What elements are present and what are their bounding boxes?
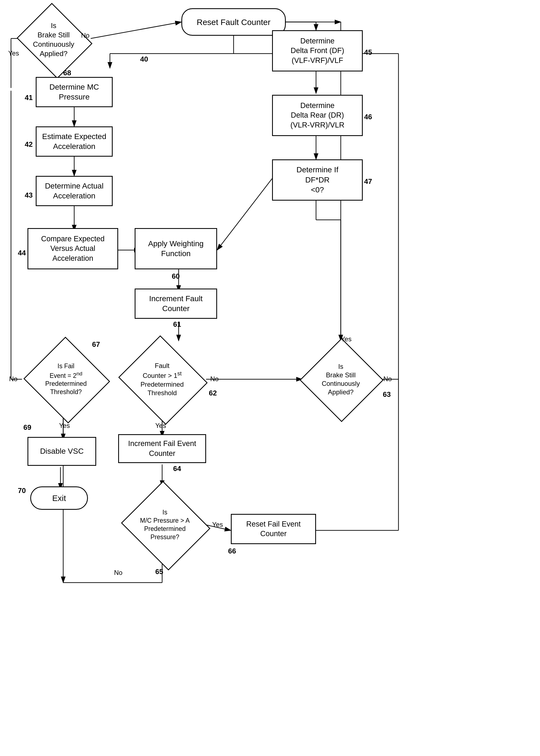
apply-weighting-box: Apply WeightingFunction [135,228,217,269]
determine-delta-front-box: DetermineDelta Front (DF)(VLF-VRF)/VLF [272,30,363,71]
no-label-fail: No [9,375,18,383]
no-label-brake-right: No [383,375,392,383]
label-67: 67 [92,340,100,349]
no-label-fault: No [210,375,219,383]
determine-actual-accel-box: Determine ActualAcceleration [36,176,113,206]
fault-counter-threshold-diamond: FaultCounter > 1stPredeterminedThreshold [115,338,209,421]
determine-mc-pressure-label: Determine MCPressure [50,82,99,102]
exit-label: Exit [52,493,66,503]
yes-label-top: Yes [8,50,19,57]
fault-counter-threshold-shape: FaultCounter > 1stPredeterminedThreshold [115,338,209,421]
fault-counter-threshold-text: FaultCounter > 1stPredeterminedThreshold [139,360,185,398]
determine-delta-rear-label: DetermineDelta Rear (DR)(VLR-VRR)/VLR [291,101,344,130]
is-mc-pressure-diamond: IsM/C Pressure > APredeterminedPressure? [118,484,211,566]
is-brake-applied-right-shape: IsBrake StillContinuouslyApplied? [300,338,382,421]
label-61: 61 [173,320,181,329]
is-fail-event-threshold-diamond: Is FailEvent = 2ndPredeterminedThreshold… [22,338,110,421]
increment-fail-event-box: Increment Fail EventCounter [118,434,206,463]
reset-fault-counter-label: Reset Fault Counter [197,17,270,28]
reset-fail-event-counter-box: Reset Fail EventCounter [231,514,316,544]
determine-if-df-dr-label: Determine IfDF*DR<0? [297,165,338,195]
is-brake-applied-top-diamond: IsBrake StillContinuouslyApplied? [14,6,93,74]
label-44: 44 [18,249,26,257]
increment-fault-counter-label: Increment FaultCounter [149,294,203,314]
label-45: 45 [364,48,372,57]
estimate-expected-accel-label: Estimate ExpectedAcceleration [42,132,106,152]
disable-vsc-label: Disable VSC [40,446,84,456]
label-47: 47 [364,177,372,186]
label-40: 40 [140,55,148,63]
label-42: 42 [25,140,33,149]
is-mc-pressure-shape: IsM/C Pressure > APredeterminedPressure? [118,484,211,566]
compare-expected-actual-box: Compare ExpectedVersus ActualAcceleratio… [28,228,118,269]
svg-line-1 [91,22,181,39]
reset-fault-counter-box: Reset Fault Counter [181,8,286,36]
is-fail-event-threshold-shape: Is FailEvent = 2ndPredeterminedThreshold… [22,338,110,421]
is-brake-applied-top-text: IsBrake StillContinuouslyApplied? [32,20,75,60]
svg-line-36 [217,179,272,250]
is-brake-applied-right-diamond: IsBrake StillContinuouslyApplied? [300,338,382,421]
label-43: 43 [25,191,33,199]
no-label-mc: No [114,569,123,576]
flowchart-diagram: Reset Fault Counter IsBrake StillContinu… [0,0,540,756]
estimate-expected-accel-box: Estimate ExpectedAcceleration [36,126,113,157]
label-69: 69 [23,423,31,432]
is-brake-applied-top-shape: IsBrake StillContinuouslyApplied? [14,6,93,74]
determine-actual-accel-label: Determine ActualAcceleration [45,181,103,201]
label-63: 63 [383,390,391,399]
yes-label-fault: Yes [155,422,166,430]
determine-if-df-dr-box: Determine IfDF*DR<0? [272,159,363,200]
label-60: 60 [172,272,180,281]
label-46: 46 [364,113,372,121]
is-brake-applied-right-text: IsBrake StillContinuouslyApplied? [321,361,361,398]
label-70: 70 [18,486,26,495]
is-fail-event-threshold-text: Is FailEvent = 2ndPredeterminedThreshold… [44,361,88,397]
label-68: 68 [63,69,71,77]
determine-mc-pressure-box: Determine MCPressure [36,77,113,107]
label-65: 65 [155,567,163,576]
disable-vsc-box: Disable VSC [28,437,96,466]
yes-label-fail: Yes [59,422,70,430]
reset-fail-event-counter-label: Reset Fail EventCounter [246,519,301,539]
no-label-top: No [81,32,89,39]
compare-expected-actual-label: Compare ExpectedVersus ActualAcceleratio… [41,234,104,263]
yes-label-brake-right: Yes [341,335,351,343]
label-66: 66 [228,547,236,556]
label-62: 62 [209,389,217,397]
determine-delta-rear-box: DetermineDelta Rear (DR)(VLR-VRR)/VLR [272,95,363,136]
is-mc-pressure-text: IsM/C Pressure > APredeterminedPressure? [139,507,191,543]
increment-fail-event-label: Increment Fail EventCounter [128,439,196,458]
label-41: 41 [25,93,33,102]
label-64: 64 [173,464,181,473]
exit-box: Exit [30,486,88,510]
apply-weighting-label: Apply WeightingFunction [148,239,203,259]
determine-delta-front-label: DetermineDelta Front (DF)(VLF-VRF)/VLF [291,36,344,65]
yes-label-mc: Yes [212,521,223,529]
increment-fault-counter-box: Increment FaultCounter [135,289,217,319]
